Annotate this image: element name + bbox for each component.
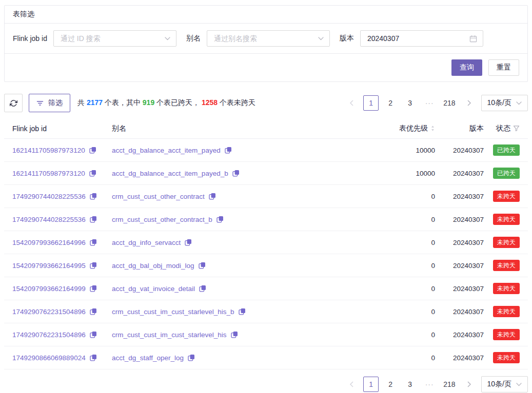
- copy-icon[interactable]: [231, 331, 238, 338]
- page-ellipsis: ···: [422, 377, 437, 392]
- copy-icon[interactable]: [90, 354, 97, 361]
- page-size-value: 10条/页: [487, 98, 511, 108]
- table-row: 1542097993662164996 acct_dg_info_servacc…: [4, 231, 528, 254]
- flink-job-id-select[interactable]: [53, 30, 176, 47]
- page-size-select[interactable]: 10条/页: [481, 95, 528, 111]
- alias-input[interactable]: [213, 34, 314, 43]
- refresh-button[interactable]: [4, 94, 23, 112]
- priority-value: 0: [386, 262, 435, 270]
- flink-job-id-link[interactable]: 1749290762231504896: [12, 331, 86, 339]
- copy-icon[interactable]: [199, 262, 206, 269]
- page-button-2[interactable]: 2: [383, 377, 398, 392]
- copy-icon[interactable]: [232, 170, 240, 177]
- version-label: 版本: [340, 34, 354, 43]
- page-button-last[interactable]: 218: [441, 95, 457, 111]
- status-badge: 已跨天: [493, 168, 520, 179]
- copy-icon[interactable]: [90, 285, 97, 292]
- next-page-button[interactable]: [462, 377, 477, 392]
- page-button-1[interactable]: 1: [363, 377, 379, 392]
- copy-icon[interactable]: [225, 147, 232, 154]
- version-input[interactable]: [366, 34, 465, 43]
- alias-link[interactable]: acct_dg_balance_acct_item_payed: [112, 147, 221, 154]
- alias-link[interactable]: crm_cust_cust_im_cust_starlevel_his_b: [112, 308, 234, 316]
- filter-funnel-icon[interactable]: [513, 125, 520, 132]
- pagination-bottom-wrap: 1 2 3 ··· 218 10条/页: [4, 376, 528, 392]
- chevron-down-icon: [318, 37, 324, 40]
- copy-icon[interactable]: [90, 308, 97, 315]
- alias-link[interactable]: acct_dg_staff_oper_log: [112, 354, 184, 362]
- page-button-3[interactable]: 3: [402, 377, 418, 392]
- crossed-count: 919: [143, 98, 154, 107]
- page-button-3[interactable]: 3: [402, 95, 418, 111]
- copy-icon[interactable]: [199, 285, 206, 292]
- version-value: 20240307: [435, 331, 484, 339]
- alias-select[interactable]: [207, 30, 330, 47]
- flink-job-id-link[interactable]: 1749290744028225536: [12, 216, 86, 223]
- table-filter-card: 表筛选 Flink job id 别名: [4, 5, 528, 82]
- sorter-icon[interactable]: [430, 125, 435, 132]
- reset-button[interactable]: 重置: [488, 59, 519, 76]
- prev-page-button[interactable]: [344, 377, 359, 392]
- header-priority[interactable]: 表优先级: [386, 124, 435, 133]
- next-page-button[interactable]: [462, 95, 477, 111]
- alias-link[interactable]: crm_cust_cust_other_contract_b: [112, 216, 212, 223]
- copy-icon[interactable]: [90, 331, 97, 338]
- copy-icon[interactable]: [89, 147, 96, 154]
- alias-link[interactable]: acct_dg_info_servacct: [112, 239, 181, 246]
- page-button-last[interactable]: 218: [441, 377, 457, 392]
- copy-icon[interactable]: [90, 262, 97, 269]
- flink-job-id-link[interactable]: 1749290744028225536: [12, 193, 86, 200]
- header-alias: 别名: [112, 124, 386, 133]
- priority-value: 0: [386, 308, 435, 316]
- priority-value: 10000: [386, 147, 435, 154]
- summary-text: 个表未跨天: [218, 98, 255, 107]
- flink-job-id-link[interactable]: 1749290762231504896: [12, 308, 86, 316]
- field-alias: 别名: [186, 30, 330, 47]
- header-status[interactable]: 状态: [484, 124, 520, 133]
- prev-page-button[interactable]: [344, 95, 359, 111]
- copy-icon[interactable]: [188, 354, 195, 361]
- refresh-icon: [10, 99, 17, 107]
- alias-link[interactable]: crm_cust_cust_other_contract: [112, 193, 205, 200]
- table-row: 1621411705987973120 acct_dg_balance_acct…: [4, 139, 528, 162]
- version-value: 20240307: [435, 262, 484, 270]
- alias-link[interactable]: crm_cust_cust_im_cust_starlevel_his: [112, 331, 227, 339]
- flink-job-id-link[interactable]: 1542097993662164995: [12, 262, 86, 270]
- alias-link[interactable]: acct_dg_vat_invoice_detail: [112, 285, 195, 293]
- filter-card-title: 表筛选: [5, 6, 527, 24]
- status-badge: 未跨天: [493, 329, 520, 340]
- copy-icon[interactable]: [89, 170, 96, 177]
- version-date-picker[interactable]: [360, 30, 483, 47]
- copy-icon[interactable]: [185, 239, 192, 246]
- flink-job-id-link[interactable]: 1621411705987973120: [12, 147, 85, 154]
- alias-link[interactable]: acct_dg_bal_obj_modi_log: [112, 262, 194, 270]
- filter-fields-row: Flink job id 别名 版本: [5, 24, 527, 54]
- flink-job-id-link[interactable]: 1542097993662164996: [12, 239, 86, 246]
- page-size-select[interactable]: 10条/页: [481, 376, 528, 392]
- flink-job-id-link[interactable]: 1749290866069889024: [12, 354, 86, 362]
- summary-text: 共: [77, 98, 87, 107]
- flink-job-id-link[interactable]: 1621411705987973120: [12, 170, 85, 177]
- query-button[interactable]: 查询: [451, 59, 482, 76]
- version-value: 20240307: [435, 239, 484, 246]
- version-value: 20240307: [435, 285, 484, 293]
- copy-icon[interactable]: [90, 239, 97, 246]
- copy-icon[interactable]: [239, 308, 246, 315]
- alias-link[interactable]: acct_dg_balance_acct_item_payed_b: [112, 170, 228, 177]
- chevron-down-icon: [516, 101, 522, 105]
- flink-job-id-input[interactable]: [60, 34, 161, 43]
- status-badge: 未跨天: [493, 191, 520, 202]
- status-badge: 未跨天: [493, 260, 520, 271]
- copy-icon[interactable]: [90, 216, 97, 223]
- copy-icon[interactable]: [209, 193, 216, 200]
- page: 表筛选 Flink job id 别名: [0, 0, 532, 392]
- page-button-1[interactable]: 1: [363, 95, 379, 111]
- copy-icon[interactable]: [90, 193, 97, 200]
- page-button-2[interactable]: 2: [383, 95, 398, 111]
- copy-icon[interactable]: [216, 216, 224, 223]
- flink-job-id-link[interactable]: 1542097993662164999: [12, 285, 86, 293]
- filter-button[interactable]: 筛选: [29, 94, 70, 112]
- priority-value: 0: [386, 285, 435, 293]
- status-badge: 未跨天: [493, 306, 520, 317]
- pagination-bottom: 1 2 3 ··· 218 10条/页: [344, 376, 528, 392]
